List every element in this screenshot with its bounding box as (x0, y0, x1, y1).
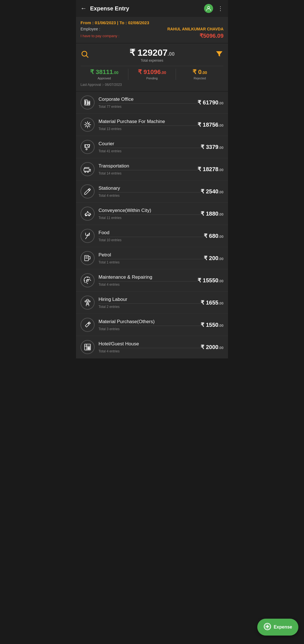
category-icon-maintenance (81, 273, 95, 287)
category-item[interactable]: Corporate Office Total 77 entries ₹ 6179… (76, 91, 228, 114)
approved-label: Approved (81, 77, 128, 80)
category-icon-pencil (81, 184, 95, 198)
category-name: Food (99, 230, 204, 236)
category-info: Petrol Total 1 entries (99, 252, 204, 264)
category-info: Conveyence(Within City) Total 11 entries (99, 208, 201, 220)
category-item[interactable]: Hotel/Guest House Total 4 entries ₹ 2000… (76, 336, 228, 358)
category-item[interactable]: Hiring Labour Total 2 entries ₹ 1655.00 (76, 292, 228, 314)
category-icon-transport (81, 162, 95, 176)
category-entries: Total 4 entries (99, 281, 198, 287)
header-icons: ⋮ (204, 4, 223, 13)
category-entries: Total 2 entries (99, 303, 201, 309)
category-info: Stationary Total 4 entries (99, 185, 201, 198)
category-info: Food Total 10 entries (99, 230, 204, 242)
category-info: Hotel/Guest House Total 4 entries (99, 341, 201, 353)
svg-rect-11 (89, 102, 90, 103)
category-list: Corporate Office Total 77 entries ₹ 6179… (76, 91, 228, 358)
category-entries: Total 3 entries (99, 326, 201, 331)
svg-rect-12 (89, 104, 90, 104)
pay-label: I have to pay company : (81, 34, 119, 38)
svg-point-1 (82, 51, 87, 56)
category-name: Stationary (99, 185, 201, 191)
total-amount-block: ₹ 129207.00 Total expenses (89, 47, 215, 62)
total-label: Total expenses (89, 59, 215, 62)
category-name: Transportation (99, 163, 198, 169)
category-item[interactable]: Stationary Total 4 entries ₹ 2540.00 (76, 180, 228, 203)
category-icon-labour (81, 296, 95, 310)
svg-rect-17 (84, 169, 89, 171)
category-icon-hotel (81, 340, 95, 354)
search-icon[interactable] (81, 50, 89, 60)
category-name: Hotel/Guest House (99, 341, 201, 347)
category-name: Conveyence(Within City) (99, 208, 201, 213)
svg-line-14 (88, 123, 89, 125)
category-info: Material Purchase For Machine Total 13 e… (99, 119, 198, 131)
category-name: Material Purchase For Machine (99, 119, 198, 124)
svg-point-15 (86, 149, 87, 150)
svg-line-2 (86, 56, 88, 58)
category-item[interactable]: Maintenance & Repairing Total 4 entries … (76, 269, 228, 292)
pay-amount: ₹5096.09 (200, 32, 223, 39)
svg-rect-36 (88, 348, 89, 350)
category-info: Maintenance & Repairing Total 4 entries (99, 274, 198, 287)
category-amount: ₹ 680.00 (204, 232, 223, 239)
employee-row: Employee : RAHUL ANILKUMAR CHAVDA (81, 27, 223, 31)
category-item[interactable]: Material Purchase(Others) Total 3 entrie… (76, 314, 228, 336)
svg-point-19 (87, 171, 89, 173)
svg-rect-35 (89, 347, 90, 348)
category-info: Courier Total 41 entries (99, 141, 201, 153)
pending-label: Pending (128, 77, 176, 80)
rejected-label: Rejected (176, 77, 223, 80)
category-amount: ₹ 15550.00 (198, 277, 223, 284)
category-amount: ₹ 1550.00 (201, 321, 223, 328)
category-amount: ₹ 200.00 (204, 255, 223, 261)
category-item[interactable]: Courier Total 41 entries ₹ 3379.00 (76, 136, 228, 158)
filter-icon[interactable] (215, 50, 223, 60)
svg-point-23 (89, 215, 90, 216)
info-banner: From : 01/06/2023 | To : 02/08/2023 Empl… (76, 17, 228, 43)
category-icon-petrol (81, 251, 95, 265)
category-name: Maintenance & Repairing (99, 274, 198, 280)
category-item[interactable]: Conveyence(Within City) Total 11 entries… (76, 203, 228, 225)
summary-card: ₹ 129207.00 Total expenses ₹ 38111.00 Ap… (76, 43, 228, 91)
more-options-button[interactable]: ⋮ (218, 5, 223, 12)
app-header: ← Expense Entry ⋮ (76, 0, 228, 17)
category-name: Material Purchase(Others) (99, 319, 201, 325)
category-item[interactable]: Petrol Total 1 entries ₹ 200.00 (76, 247, 228, 269)
category-info: Transportation Total 14 entries (99, 163, 198, 175)
svg-rect-10 (88, 104, 88, 104)
date-range: From : 01/06/2023 | To : 02/08/2023 (81, 20, 223, 25)
category-item[interactable]: Food Total 10 entries ₹ 680.00 (76, 225, 228, 247)
category-icon-building (81, 95, 95, 109)
svg-rect-37 (89, 348, 90, 350)
back-button[interactable]: ← (81, 5, 87, 12)
category-entries: Total 41 entries (99, 148, 201, 153)
category-info: Hiring Labour Total 2 entries (99, 297, 201, 309)
category-name: Corporate Office (99, 97, 198, 102)
category-amount: ₹ 18756.00 (198, 121, 223, 128)
category-entries: Total 14 entries (99, 170, 198, 175)
svg-point-18 (85, 171, 86, 173)
category-entries: Total 13 entries (99, 126, 198, 131)
employee-label: Employee : (81, 27, 100, 31)
category-amount: ₹ 2000.00 (201, 344, 223, 350)
summary-top: ₹ 129207.00 Total expenses (81, 47, 223, 62)
category-entries: Total 11 entries (99, 214, 201, 220)
category-icon-scooter (81, 207, 95, 221)
category-amount: ₹ 3379.00 (201, 144, 223, 150)
avatar-icon[interactable] (204, 4, 213, 13)
category-name: Hiring Labour (99, 297, 201, 302)
rejected-stat: ₹ 0.00 Rejected (176, 68, 223, 80)
category-amount: ₹ 2540.00 (201, 188, 223, 195)
svg-point-0 (207, 6, 209, 8)
category-icon-machine (81, 118, 95, 132)
last-approval: Last Approval :- 06/07/2023 (81, 83, 223, 87)
category-amount: ₹ 1880.00 (201, 210, 223, 217)
svg-rect-34 (88, 347, 89, 348)
category-name: Petrol (99, 252, 204, 258)
employee-name: RAHUL ANILKUMAR CHAVDA (167, 27, 223, 31)
category-entries: Total 1 entries (99, 259, 204, 264)
category-item[interactable]: Transportation Total 14 entries ₹ 18278.… (76, 158, 228, 180)
category-item[interactable]: Material Purchase For Machine Total 13 e… (76, 114, 228, 136)
page-title: Expense Entry (90, 5, 201, 12)
